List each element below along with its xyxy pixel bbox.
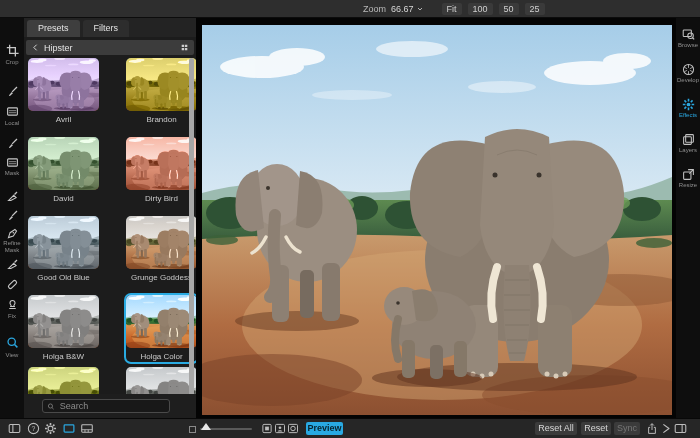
share-icon[interactable] [660, 422, 672, 435]
thumbnail-size-slider[interactable] [200, 428, 252, 430]
chisel-icon [6, 258, 19, 271]
portrait-toggle-icon[interactable] [274, 422, 286, 435]
search-input[interactable] [58, 400, 165, 412]
module-effects[interactable]: Effects [676, 98, 700, 119]
soft-proof-toggle-icon[interactable] [287, 422, 299, 435]
tool-strip: Crop Local Mask Refine Mask Fix View [0, 18, 24, 418]
zoom-value-dropdown[interactable]: 66.67 [391, 4, 424, 14]
preset-brandon[interactable]: Brandon [126, 58, 196, 125]
export-icon[interactable] [646, 422, 658, 435]
layers-icon [682, 133, 695, 146]
detail-view-icon[interactable] [62, 422, 76, 435]
filmstrip-view-icon[interactable] [80, 422, 94, 435]
clone-stamp-tool-button[interactable] [0, 298, 24, 311]
module-label: Layers [676, 147, 700, 154]
tab-presets[interactable]: Presets [27, 20, 80, 37]
mask-brush-tool-button[interactable] [0, 137, 24, 150]
browse-icon [682, 28, 695, 41]
tool-group-label: Mask [0, 170, 24, 177]
preset-name: David [28, 190, 99, 204]
slider-box-icon [189, 426, 196, 433]
zoom-100-button[interactable]: 100 [468, 3, 493, 15]
tool-group-label: View [0, 352, 24, 359]
tab-filters[interactable]: Filters [83, 20, 130, 37]
blur-tool-button[interactable] [0, 227, 24, 240]
brush-icon [6, 209, 19, 222]
magnifier-icon [6, 336, 19, 349]
preset-name: Dirty Bird [126, 190, 196, 204]
preset-dirty-bird[interactable]: Dirty Bird [126, 137, 196, 204]
develop-icon [682, 63, 695, 76]
reset-button[interactable]: Reset [581, 422, 611, 435]
category-title: Hipster [44, 43, 73, 53]
preset-holga-bw[interactable]: Holga B&W [28, 295, 99, 362]
photo-elephants[interactable] [202, 25, 672, 415]
eraser-tool-button[interactable] [0, 258, 24, 271]
panel-toggle-right-icon[interactable] [674, 422, 687, 435]
tool-group-label: Local [0, 120, 24, 127]
mask-gradient-tool-button[interactable] [0, 156, 24, 169]
module-browse[interactable]: Browse [676, 28, 700, 49]
chisel-tool-button[interactable] [0, 209, 24, 222]
module-label: Effects [676, 112, 700, 119]
slider-handle[interactable] [201, 423, 211, 430]
bandaid-icon [6, 278, 19, 291]
effects-icon [682, 98, 695, 111]
retouch-tool-button[interactable] [0, 278, 24, 291]
preset-avril[interactable]: Avril [28, 58, 99, 125]
presets-panel: Presets Filters Hipster Avril Brandon Da… [24, 18, 196, 418]
crop-icon [6, 44, 19, 57]
preset-name: Avril [28, 111, 99, 125]
reset-all-button[interactable]: Reset All [535, 422, 577, 435]
zoom-view-tool-button[interactable] [0, 336, 24, 349]
preset-holga-color[interactable]: Holga Color [126, 295, 196, 362]
chevron-left-icon [31, 43, 40, 52]
preset-thumbnail [126, 216, 196, 269]
preset-name: Holga B&W [28, 348, 99, 362]
tool-group-label: Fix [0, 313, 24, 320]
pen-icon [6, 227, 19, 240]
preset-good-old-blue[interactable]: Good Old Blue [28, 216, 99, 283]
gradient-icon [6, 156, 19, 169]
preset-thumbnail [28, 58, 99, 111]
tool-group-label: Refine Mask [0, 240, 24, 253]
preset-thumbnail [28, 137, 99, 190]
local-brush-tool-button[interactable] [0, 85, 24, 98]
zoom-value: 66.67 [391, 4, 414, 14]
search-box[interactable] [42, 399, 170, 413]
module-develop[interactable]: Develop [676, 63, 700, 84]
preset-grunge-goddess[interactable]: Grunge Goddess [126, 216, 196, 283]
panel-tabs: Presets Filters [24, 18, 196, 37]
preview-button[interactable]: Preview [306, 422, 343, 435]
preset-thumbnail [28, 295, 99, 348]
top-toolbar: Zoom 66.67 Fit 100 50 25 [0, 0, 700, 18]
preset-david[interactable]: David [28, 137, 99, 204]
preset-thumbnail [28, 216, 99, 269]
refine-brush-tool-button[interactable] [0, 190, 24, 203]
preset-thumbnail [126, 58, 196, 111]
zoom-50-button[interactable]: 50 [499, 3, 519, 15]
help-icon[interactable] [27, 422, 40, 435]
preset-thumbnail [126, 137, 196, 190]
preset-name: Grunge Goddess [126, 269, 196, 283]
module-resize[interactable]: Resize [676, 168, 700, 189]
zoom-fit-button[interactable]: Fit [442, 3, 462, 15]
stamp-icon [6, 298, 19, 311]
preset-name: Good Old Blue [28, 269, 99, 283]
local-gradient-tool-button[interactable] [0, 105, 24, 118]
module-strip: Browse Develop Effects Layers Resize [676, 18, 700, 418]
settings-gear-icon[interactable] [44, 422, 57, 435]
crop-tool-button[interactable] [0, 44, 24, 57]
zoom-label: Zoom [363, 4, 386, 14]
module-layers[interactable]: Layers [676, 133, 700, 154]
app-window: Zoom 66.67 Fit 100 50 25 Crop Local Mask… [0, 0, 700, 438]
search-bar-area [24, 394, 196, 418]
panel-toggle-left-icon[interactable] [8, 422, 21, 435]
grid-view-icon[interactable] [180, 43, 189, 52]
category-bar[interactable]: Hipster [26, 40, 194, 55]
zoom-controls: Zoom 66.67 Fit 100 50 25 [363, 0, 545, 17]
show-mask-toggle-icon[interactable] [261, 422, 273, 435]
sync-button[interactable]: Sync [614, 422, 640, 435]
panel-scrollbar[interactable] [189, 58, 194, 401]
zoom-25-button[interactable]: 25 [525, 3, 545, 15]
